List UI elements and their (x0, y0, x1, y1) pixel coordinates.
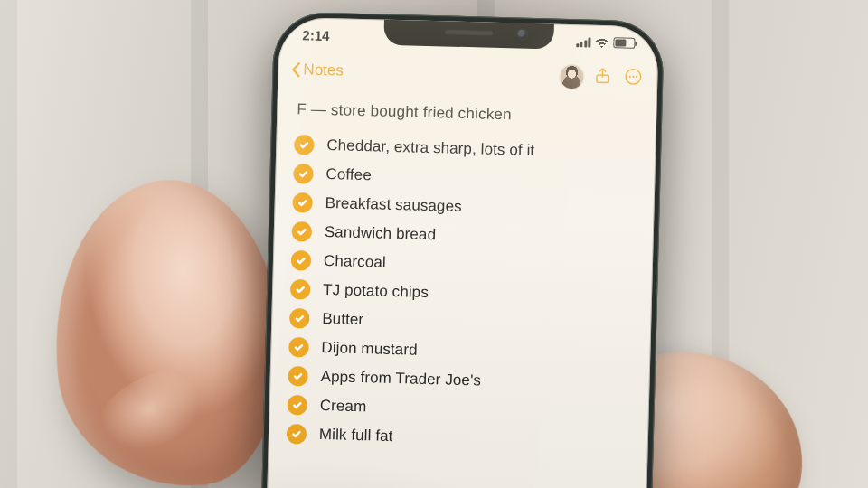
status-bar: 2:14 (278, 24, 658, 54)
checklist-item[interactable]: Coffee (293, 164, 637, 192)
checkmark-circle-icon[interactable] (287, 424, 307, 445)
iphone-device: 2:14 Notes (259, 11, 665, 488)
checklist-item[interactable]: TJ potato chips (290, 279, 634, 308)
thumb (39, 170, 296, 488)
checklist-item[interactable]: Breakfast sausages (292, 192, 636, 221)
svg-point-2 (629, 76, 631, 78)
checklist-item-text[interactable]: Cheddar, extra sharp, lots of it (326, 136, 534, 160)
checklist-item-text[interactable]: Apps from Trader Joe's (320, 368, 481, 390)
phone-screen: 2:14 Notes (265, 17, 659, 488)
checklist-item[interactable]: Dijon mustard (288, 337, 632, 366)
checklist-item-text[interactable]: Milk full fat (319, 426, 393, 446)
checklist-item[interactable]: Apps from Trader Joe's (288, 366, 631, 395)
checkmark-circle-icon[interactable] (294, 135, 315, 155)
checklist-item[interactable]: Cream (288, 395, 631, 424)
checklist-item-text[interactable]: Cream (320, 397, 367, 416)
checkmark-circle-icon[interactable] (293, 164, 314, 184)
checkmark-circle-icon[interactable] (289, 308, 310, 329)
checklist-item-text[interactable]: Butter (322, 310, 363, 329)
checkmark-circle-icon[interactable] (290, 279, 311, 300)
checklist-item[interactable]: Butter (289, 308, 633, 337)
share-button[interactable] (590, 66, 615, 90)
checkmark-circle-icon[interactable] (288, 395, 308, 416)
wifi-icon (595, 37, 609, 47)
checklist-item[interactable]: Sandwich bread (292, 221, 636, 250)
back-label: Notes (303, 61, 344, 80)
svg-point-3 (632, 76, 634, 78)
collaborator-avatar[interactable] (560, 65, 584, 89)
cellular-signal-icon (576, 37, 591, 47)
checkmark-circle-icon[interactable] (292, 221, 313, 242)
ellipsis-circle-icon (623, 67, 644, 91)
more-button[interactable] (621, 67, 646, 91)
note-body[interactable]: F — store bought fried chicken Cheddar, … (265, 91, 657, 488)
checklist: Cheddar, extra sharp, lots of itCoffeeBr… (287, 135, 638, 453)
checkmark-circle-icon[interactable] (292, 192, 313, 213)
checklist-item-text[interactable]: Dijon mustard (321, 339, 418, 360)
back-button[interactable]: Notes (290, 61, 344, 80)
checklist-item-text[interactable]: TJ potato chips (323, 281, 429, 302)
navigation-bar: Notes (278, 52, 658, 98)
checklist-item[interactable]: Milk full fat (287, 424, 630, 453)
note-heading[interactable]: F — store bought fried chicken (297, 100, 637, 127)
svg-point-4 (636, 76, 637, 78)
chevron-left-icon (290, 61, 301, 78)
checkmark-circle-icon[interactable] (288, 337, 309, 358)
checkmark-circle-icon[interactable] (288, 366, 308, 387)
checklist-item[interactable]: Charcoal (291, 250, 635, 279)
battery-icon (613, 37, 635, 49)
checklist-item-text[interactable]: Sandwich bread (325, 223, 437, 244)
status-time: 2:14 (302, 27, 329, 43)
share-icon (592, 66, 613, 90)
checklist-item[interactable]: Cheddar, extra sharp, lots of it (294, 135, 637, 164)
checklist-item-text[interactable]: Charcoal (324, 252, 386, 272)
checkmark-circle-icon[interactable] (291, 250, 312, 271)
checklist-item-text[interactable]: Breakfast sausages (325, 194, 462, 216)
checklist-item-text[interactable]: Coffee (326, 165, 372, 184)
